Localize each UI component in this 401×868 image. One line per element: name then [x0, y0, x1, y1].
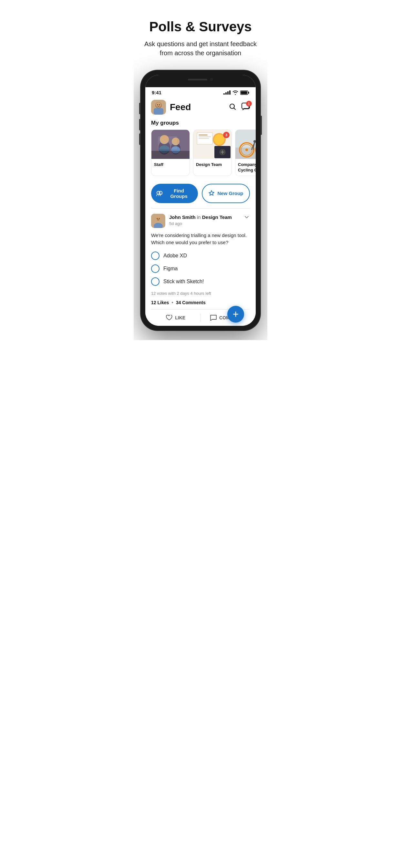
comments-count: 34 Comments	[176, 300, 206, 305]
find-groups-label: Find Groups	[165, 188, 193, 199]
like-label: LIKE	[175, 315, 185, 320]
post-header: John Smith in Design Team 5d ago	[151, 214, 250, 228]
find-groups-icon	[156, 190, 162, 196]
svg-rect-1	[248, 92, 249, 94]
poll-options: Adobe XD Figma Stick with Sketch!	[151, 252, 250, 286]
new-group-label: New Group	[217, 190, 243, 196]
phone-wrapper: 9:41	[134, 70, 267, 340]
phone-screen: 9:41	[145, 75, 256, 326]
svg-point-30	[214, 134, 224, 145]
post-avatar	[151, 214, 165, 228]
phone-frame: 9:41	[141, 70, 260, 330]
messages-button[interactable]: 1	[242, 103, 250, 112]
signal-icon	[223, 90, 230, 95]
battery-icon	[240, 90, 249, 95]
post-meta: John Smith in Design Team 5d ago	[169, 214, 240, 226]
group-name-cycling: Company Cycling Cl...	[235, 160, 256, 176]
group-name-staff: Staff	[151, 160, 189, 170]
group-card-staff[interactable]: Staff	[151, 129, 190, 176]
group-name-design-team: Design Team	[193, 160, 232, 170]
heart-icon	[166, 315, 173, 321]
svg-point-6	[156, 102, 161, 107]
stat-dot: •	[172, 300, 174, 306]
poll-option-label: Stick with Sketch!	[163, 279, 204, 284]
svg-rect-22	[158, 136, 177, 149]
new-group-button[interactable]: New Group	[202, 184, 250, 203]
svg-rect-28	[198, 138, 209, 139]
radio-circle	[151, 252, 159, 260]
notch	[178, 75, 223, 84]
app-content: Feed 1	[145, 97, 256, 326]
group-card-design-team[interactable]: 3 Design Team	[193, 129, 232, 176]
search-button[interactable]	[228, 103, 236, 112]
post-author: John Smith in Design Team	[169, 214, 240, 221]
poll-option-label: Adobe XD	[163, 253, 187, 259]
poll-meta: 12 votes with 2 days 4 hours left	[151, 291, 250, 296]
group-card-cycling[interactable]: Company Cycling Cl...	[235, 129, 256, 176]
post-card: John Smith in Design Team 5d ago We're c…	[145, 209, 256, 326]
svg-point-49	[157, 218, 158, 219]
svg-point-8	[159, 104, 160, 105]
status-time: 9:41	[152, 90, 161, 95]
radio-circle	[151, 277, 159, 286]
post-actions: LIKE COMME...	[151, 310, 250, 326]
post-time: 5d ago	[169, 221, 240, 226]
radio-circle	[151, 265, 159, 273]
likes-count: 12 Likes	[151, 300, 169, 305]
page-title: Polls & Surveys	[143, 20, 258, 34]
page-header: Polls & Surveys Ask questions and get in…	[134, 0, 267, 70]
status-icons	[223, 90, 249, 95]
svg-rect-27	[198, 136, 211, 137]
svg-rect-9	[154, 108, 163, 115]
poll-option-adobexd[interactable]: Adobe XD	[151, 252, 250, 260]
chevron-down-icon[interactable]	[243, 214, 250, 221]
svg-point-37	[245, 149, 248, 151]
feed-title: Feed	[170, 102, 225, 113]
notification-badge: 1	[246, 101, 252, 106]
notch-area	[145, 75, 256, 87]
avatar	[151, 100, 166, 115]
poll-option-figma[interactable]: Figma	[151, 265, 250, 273]
post-text: We're considering trialling a new design…	[151, 232, 250, 246]
poll-option-sketch[interactable]: Stick with Sketch!	[151, 277, 250, 286]
comment-icon	[210, 315, 217, 321]
svg-point-7	[157, 104, 158, 105]
svg-rect-21	[151, 151, 190, 159]
star-icon	[208, 190, 215, 197]
svg-point-48	[155, 216, 161, 222]
svg-rect-2	[241, 91, 247, 94]
notch-speaker	[188, 79, 207, 81]
action-buttons: Find Groups New Group	[145, 181, 256, 208]
app-header: Feed 1	[145, 97, 256, 118]
find-groups-button[interactable]: Find Groups	[151, 184, 198, 203]
wifi-icon	[233, 90, 238, 95]
fab-button[interactable]	[227, 306, 244, 322]
status-bar: 9:41	[145, 87, 256, 97]
like-button[interactable]: LIKE	[151, 311, 201, 324]
header-actions: 1	[228, 103, 250, 112]
page-subtitle: Ask questions and get instant feedback f…	[143, 39, 258, 58]
svg-point-50	[159, 218, 160, 219]
groups-scroll: Staff	[145, 129, 256, 181]
poll-option-label: Figma	[163, 266, 178, 272]
notch-camera	[210, 78, 213, 81]
my-groups-label: My groups	[145, 118, 256, 129]
svg-rect-26	[198, 134, 208, 135]
